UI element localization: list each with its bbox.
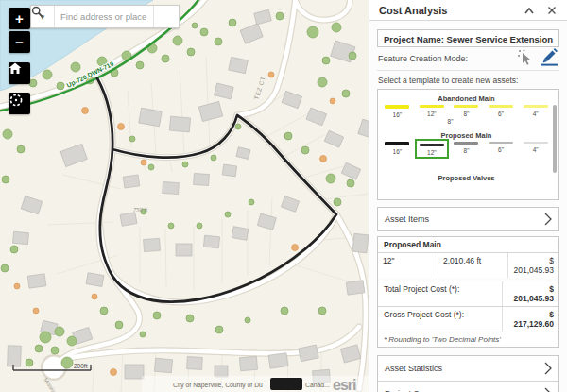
close-icon <box>547 6 557 15</box>
scale-label: 200ft <box>74 363 88 369</box>
locate-button[interactable] <box>9 93 30 114</box>
selection-highlight-box: 12" <box>415 139 449 160</box>
section-project-summary[interactable]: Project Summary <box>378 381 558 392</box>
home-extent-button[interactable] <box>9 62 30 84</box>
template-proposed-12-selected[interactable]: 12" <box>415 142 450 172</box>
template-abandoned-8[interactable]: 8" <box>449 105 484 118</box>
template-abandoned-extra[interactable]: 8" <box>377 118 537 129</box>
pencil-icon <box>540 47 558 66</box>
sparkle-cursor-icon <box>518 49 534 65</box>
esri-logo: esri <box>333 377 356 392</box>
sections-stack: Asset Statistics Project Summary <box>377 355 559 392</box>
section-asset-statistics[interactable]: Asset Statistics <box>378 356 558 381</box>
zoom-out-button[interactable]: − <box>9 31 30 53</box>
template-proposed-16[interactable]: 16" <box>380 142 415 172</box>
panel-title: Cost Analysis <box>379 5 514 16</box>
line-swatch <box>420 105 444 108</box>
template-abandoned-4[interactable]: 4" <box>518 105 553 118</box>
feature-creation-mode-row: Feature Creation Mode: <box>377 47 559 71</box>
close-panel-button[interactable] <box>544 4 559 17</box>
cost-summary-table: Proposed Main 12" 2,010.46 ft $ 201,045.… <box>377 236 559 348</box>
line-swatch <box>489 142 513 145</box>
template-abandoned-6[interactable]: 6" <box>484 105 519 118</box>
search-icon[interactable] <box>153 6 179 27</box>
template-abandoned-16[interactable]: 16" <box>380 105 415 118</box>
panel-header: Cost Analysis <box>369 0 567 21</box>
abandoned-main-row: 16" 12" 8" 6" 4" <box>380 105 553 118</box>
line-swatch <box>524 105 548 108</box>
line-swatch <box>385 105 409 109</box>
zoom-out-icon: − <box>15 34 24 50</box>
search-input[interactable] <box>55 6 153 27</box>
cost-cell-size: 12" <box>378 253 438 278</box>
total-cost-row: Total Project Cost (*): $ 201,045.93 <box>378 281 558 306</box>
template-scrollbar[interactable] <box>553 105 557 173</box>
smart-draw-mode-button[interactable] <box>518 47 534 69</box>
locate-icon <box>9 93 24 108</box>
app-window: Up-720 DWN-719 TEZ CT Mission 750 ft 200… <box>0 0 567 392</box>
map-container: Up-720 DWN-719 TEZ CT Mission 750 ft 200… <box>0 0 369 392</box>
chevron-right-icon <box>544 387 552 392</box>
attribution-text-right: Canad... <box>305 382 330 388</box>
search-box: ▾ <box>30 5 180 28</box>
zoom-in-button[interactable]: + <box>9 8 30 29</box>
cost-analysis-panel: Cost Analysis Project Name: Sewer Servic… <box>369 0 567 392</box>
line-swatch <box>385 142 409 145</box>
gross-cost-label: Gross Project Cost (*): <box>378 307 503 332</box>
panel-body: Project Name: Sewer Service Extension Fe… <box>369 21 567 392</box>
section-asset-items[interactable]: Asset Items <box>377 207 559 231</box>
chevron-right-icon <box>544 213 552 226</box>
line-swatch <box>524 142 548 144</box>
select-template-label: Select a template to create new assets: <box>378 76 558 85</box>
feature-mode-label: Feature Creation Mode: <box>378 54 518 63</box>
gross-cost-value: $ 217,129.60 <box>503 307 558 332</box>
line-swatch <box>454 142 478 145</box>
group-title-abandoned-main: Abandoned Main <box>380 93 553 105</box>
zoom-in-icon: + <box>15 10 24 26</box>
cost-group-header: Proposed Main <box>378 237 558 253</box>
cost-cell-length: 2,010.46 ft <box>438 253 508 278</box>
total-cost-value: $ 201,045.93 <box>503 281 558 306</box>
cost-row-proposed-main: 12" 2,010.46 ft $ 201,045.93 <box>378 253 558 278</box>
template-picker: Abandoned Main 16" 12" 8" 6" 4" 8" Propo… <box>377 89 559 200</box>
redaction-box <box>270 378 302 390</box>
template-proposed-4[interactable]: 4" <box>518 142 553 172</box>
group-title-proposed-main: Proposed Main <box>380 129 553 142</box>
total-cost-label: Total Project Cost (*): <box>378 281 503 306</box>
template-abandoned-12[interactable]: 12" <box>415 105 450 118</box>
chevron-right-icon <box>544 362 552 375</box>
attribution-text-left: City of Naperville, County of Du <box>173 382 263 389</box>
pencil-draw-mode-button[interactable] <box>540 47 558 70</box>
project-name-box: Project Name: Sewer Service Extension <box>377 29 559 47</box>
proposed-main-row: 16" 12" 8" 6" 4" <box>380 142 553 172</box>
rounding-footnote: * Rounding to 'Two Decimal Points' <box>378 332 558 347</box>
template-proposed-6[interactable]: 6" <box>484 142 519 172</box>
line-swatch <box>489 105 513 108</box>
cost-cell-amount: $ 201,045.93 <box>508 253 558 278</box>
line-swatch <box>420 144 444 147</box>
line-swatch <box>454 105 478 108</box>
parcel-dimension-label: 750 ft <box>133 206 147 213</box>
group-title-proposed-valves: Proposed Valves <box>380 172 553 184</box>
collapse-icon <box>524 6 535 15</box>
gross-cost-row: Gross Project Cost (*): $ 217,129.60 <box>378 306 558 332</box>
map-canvas[interactable]: Up-720 DWN-719 TEZ CT Mission 750 ft 200… <box>0 0 369 392</box>
home-icon <box>9 62 22 75</box>
collapse-panel-button[interactable] <box>522 4 537 17</box>
culdesac-surface <box>43 357 65 379</box>
template-proposed-8[interactable]: 8" <box>449 142 484 172</box>
